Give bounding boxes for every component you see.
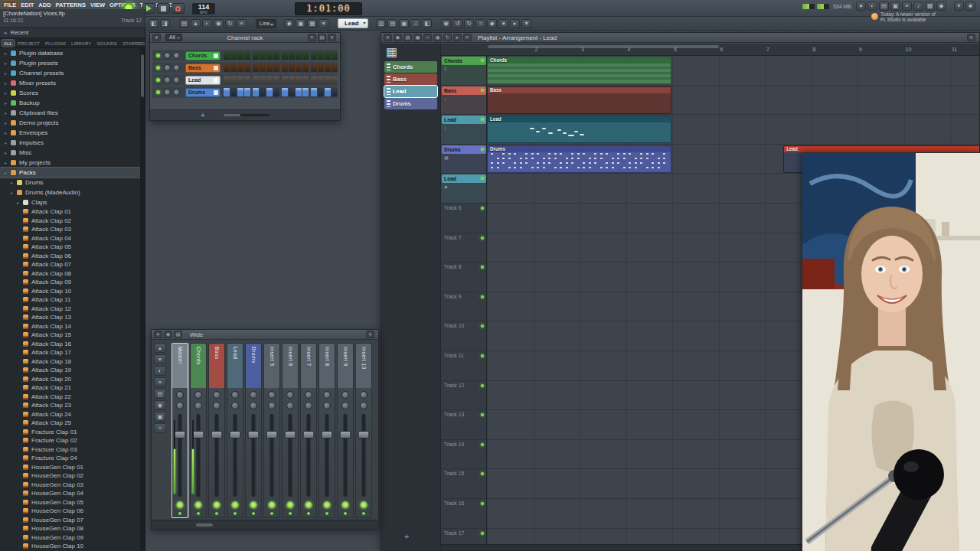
browser-tab-library[interactable]: LIBRARY xyxy=(69,40,93,47)
step-cell[interactable] xyxy=(289,76,295,84)
browser-sample[interactable]: Fracture Clap 04 xyxy=(0,454,140,463)
step-cell[interactable] xyxy=(332,51,338,60)
browser-sample[interactable]: HouseGen Clap 01 xyxy=(0,463,140,472)
picker-panel-icon[interactable]: ≡ xyxy=(463,34,472,41)
playlist-window-icon[interactable]: ▣ xyxy=(399,19,409,28)
playlist-track-header[interactable]: Drums▦ xyxy=(441,145,487,174)
step-cell[interactable] xyxy=(325,76,331,84)
pan-knob[interactable] xyxy=(164,52,171,59)
fader-handle[interactable] xyxy=(285,431,296,439)
browser-sample[interactable]: HouseGen Clap 06 xyxy=(0,507,140,516)
mixer-fader[interactable] xyxy=(178,414,182,497)
playback-tool-icon[interactable]: ▸ xyxy=(453,34,462,41)
ruler-scroll-indicator[interactable] xyxy=(488,45,719,48)
step-cell[interactable] xyxy=(244,64,250,72)
browser-sample[interactable]: Attack Clap 10 xyxy=(0,287,140,296)
browser-sample[interactable]: Attack Clap 22 xyxy=(0,393,140,402)
playlist-track-header[interactable]: Track 6 xyxy=(441,204,487,233)
stop-button[interactable] xyxy=(157,3,170,14)
fader-handle[interactable] xyxy=(322,431,333,439)
mixer-pan-knob[interactable] xyxy=(268,391,276,399)
piano-roll-window-icon[interactable]: ♫ xyxy=(410,19,420,28)
snap-selector[interactable]: Line xyxy=(256,19,276,28)
mixer-view-mode[interactable]: Wide xyxy=(190,331,203,338)
mixer-track-name-plate[interactable]: Insert 10 xyxy=(356,344,371,388)
channel-button[interactable]: Bass xyxy=(185,64,220,73)
track-name-plate[interactable]: Lead xyxy=(442,174,486,183)
browser-sample[interactable]: HouseGen Clap 05 xyxy=(0,498,140,507)
minimize-icon[interactable]: ▾ xyxy=(954,2,964,11)
track-name-plate[interactable]: Drums xyxy=(442,145,486,154)
slip-tool-icon[interactable]: ◉ xyxy=(433,34,442,41)
menu-view[interactable]: VIEW xyxy=(88,1,107,9)
scrub-icon[interactable]: ▸ xyxy=(510,19,520,28)
pan-knob[interactable] xyxy=(164,64,171,71)
mixer-track[interactable]: Master xyxy=(172,343,188,518)
browser-category[interactable]: ▸Channel presets xyxy=(0,68,140,78)
step-cell[interactable] xyxy=(289,64,295,72)
mixer-pan-knob[interactable] xyxy=(286,391,294,399)
playlist-track-header[interactable]: Track 14 xyxy=(441,440,487,470)
mixer-track-name-plate[interactable]: Drums xyxy=(246,344,261,388)
track-enable-led[interactable] xyxy=(307,512,310,515)
pattern-item[interactable]: Drums xyxy=(384,98,437,109)
step-cell[interactable] xyxy=(332,76,338,84)
update-notification[interactable]: Today: A newer version of FL Studio is a… xyxy=(871,8,945,24)
stereo-knob[interactable] xyxy=(323,501,331,509)
link-icon[interactable]: ◉ xyxy=(154,400,166,410)
pattern-item[interactable]: Chords xyxy=(384,61,437,73)
track-mute-led[interactable] xyxy=(481,59,484,62)
step-cell[interactable] xyxy=(325,64,331,72)
slice-tool-icon[interactable]: ▾ xyxy=(318,19,328,28)
track-mute-led[interactable] xyxy=(481,443,484,446)
browser-sample[interactable]: HouseGen Clap 02 xyxy=(0,471,140,481)
browser-sample[interactable]: HouseGen Clap 08 xyxy=(0,524,140,533)
mixer-sep-knob[interactable] xyxy=(341,402,349,409)
browser-sample[interactable]: Attack Clap 08 xyxy=(0,269,140,279)
step-cell[interactable] xyxy=(282,76,288,84)
step-cell[interactable] xyxy=(311,51,317,60)
mixer-track[interactable]: Lead xyxy=(227,343,243,518)
playlist-track-header[interactable]: Track 10 xyxy=(441,321,487,351)
add-channel-button[interactable]: + xyxy=(201,111,205,120)
mixer-sep-knob[interactable] xyxy=(176,402,184,409)
step-cell[interactable] xyxy=(289,51,295,60)
track-mute-led[interactable] xyxy=(481,502,484,505)
typing-keyboard-icon[interactable]: ▤ xyxy=(179,19,189,28)
step-cell[interactable] xyxy=(253,76,259,84)
solo-icon[interactable]: ◐ xyxy=(154,366,166,376)
playlist-track-header[interactable]: Track 9 xyxy=(441,292,487,322)
wait-for-input-icon[interactable]: ◐ xyxy=(202,19,212,28)
playlist-track-header[interactable]: Track 16 xyxy=(441,499,487,529)
mixer-track-name-plate[interactable]: Insert 8 xyxy=(319,344,335,388)
paint-tool-icon[interactable]: ▣ xyxy=(296,19,305,28)
step-cell[interactable] xyxy=(253,64,259,72)
browser-sample[interactable]: Attack Clap 02 xyxy=(0,217,140,226)
browser-sample[interactable]: Attack Clap 11 xyxy=(0,295,140,305)
center-playhead-icon[interactable]: ▼ xyxy=(521,19,531,28)
step-cell[interactable] xyxy=(296,51,302,60)
mixer-sep-knob[interactable] xyxy=(286,402,294,409)
step-cell[interactable] xyxy=(224,88,230,96)
step-cell[interactable] xyxy=(273,51,279,60)
browser-window-icon[interactable]: ◧ xyxy=(422,19,432,28)
draw-tool-icon[interactable]: ◆ xyxy=(284,19,294,28)
mixer-sep-knob[interactable] xyxy=(323,402,331,409)
channel-enable-led[interactable] xyxy=(156,54,160,57)
browser-sample[interactable]: HouseGen Clap 04 xyxy=(0,489,140,498)
step-cell[interactable] xyxy=(237,51,243,60)
snap-magnet-icon[interactable]: ◉ xyxy=(441,19,451,28)
delete-tool-icon[interactable]: ▦ xyxy=(307,19,317,28)
browser-sample[interactable]: Attack Clap 23 xyxy=(0,401,140,410)
mixer-titlebar[interactable]: ▾◆▤ Wide ▾ xyxy=(152,330,378,340)
step-cell[interactable] xyxy=(325,51,331,60)
undo-icon[interactable]: ↺ xyxy=(452,19,462,28)
step-cell[interactable] xyxy=(282,64,288,72)
browser-category[interactable]: ▸Impulses xyxy=(0,138,140,148)
mixer-track[interactable]: Insert 8 xyxy=(318,343,335,518)
browser-category[interactable]: ▸Clipboard files xyxy=(0,108,140,118)
browser-category[interactable]: ▸Plugin presets xyxy=(0,58,140,68)
browser-category[interactable]: ▸Drums xyxy=(0,178,140,187)
track-enable-led[interactable] xyxy=(178,512,181,515)
swap-icon[interactable]: ▤ xyxy=(154,389,166,399)
